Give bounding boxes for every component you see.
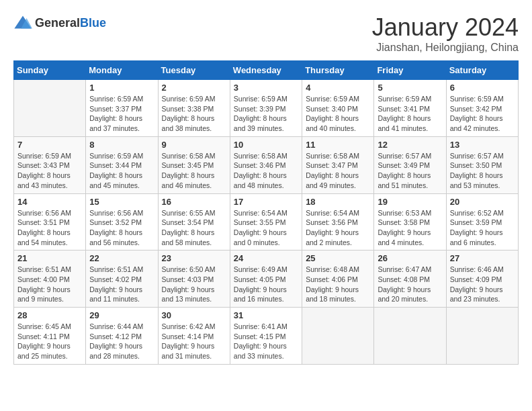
day-header-thursday: Thursday xyxy=(302,61,374,80)
day-info: Sunrise: 6:50 AMSunset: 4:03 PMDaylight:… xyxy=(162,265,226,304)
day-number: 28 xyxy=(17,310,82,320)
day-number: 6 xyxy=(450,83,515,93)
calendar-cell: 21Sunrise: 6:51 AMSunset: 4:00 PMDayligh… xyxy=(14,250,86,308)
calendar-cell: 6Sunrise: 6:59 AMSunset: 3:42 PMDaylight… xyxy=(446,80,518,137)
day-header-monday: Monday xyxy=(86,61,158,80)
day-info: Sunrise: 6:54 AMSunset: 3:56 PMDaylight:… xyxy=(306,208,370,248)
day-number: 12 xyxy=(378,140,442,150)
day-number: 20 xyxy=(450,197,515,207)
calendar-cell: 9Sunrise: 6:58 AMSunset: 3:45 PMDaylight… xyxy=(158,136,230,193)
day-number: 27 xyxy=(450,253,515,263)
week-row-2: 7Sunrise: 6:59 AMSunset: 3:43 PMDaylight… xyxy=(14,136,519,193)
day-info: Sunrise: 6:59 AMSunset: 3:44 PMDaylight:… xyxy=(89,151,154,191)
day-number: 14 xyxy=(17,197,82,207)
calendar-cell: 7Sunrise: 6:59 AMSunset: 3:43 PMDaylight… xyxy=(14,136,86,193)
header: GeneralBlue January 2024 Jianshan, Heilo… xyxy=(13,13,519,54)
calendar-header-row: SundayMondayTuesdayWednesdayThursdayFrid… xyxy=(14,61,519,80)
week-row-1: 1Sunrise: 6:59 AMSunset: 3:37 PMDaylight… xyxy=(14,80,519,137)
day-number: 10 xyxy=(234,140,298,150)
day-number: 26 xyxy=(378,253,442,263)
day-number: 25 xyxy=(306,253,370,263)
day-info: Sunrise: 6:59 AMSunset: 3:42 PMDaylight:… xyxy=(450,94,515,134)
calendar-cell: 14Sunrise: 6:56 AMSunset: 3:51 PMDayligh… xyxy=(14,193,86,250)
day-info: Sunrise: 6:58 AMSunset: 3:46 PMDaylight:… xyxy=(234,151,298,191)
day-header-wednesday: Wednesday xyxy=(230,61,302,80)
day-number: 8 xyxy=(89,140,154,150)
calendar-table: SundayMondayTuesdayWednesdayThursdayFrid… xyxy=(13,60,519,365)
day-number: 30 xyxy=(162,310,226,320)
calendar-cell: 17Sunrise: 6:54 AMSunset: 3:55 PMDayligh… xyxy=(230,193,302,250)
day-info: Sunrise: 6:45 AMSunset: 4:11 PMDaylight:… xyxy=(17,322,82,361)
day-info: Sunrise: 6:59 AMSunset: 3:37 PMDaylight:… xyxy=(89,94,154,134)
day-number: 16 xyxy=(162,197,226,207)
calendar-cell: 4Sunrise: 6:59 AMSunset: 3:40 PMDaylight… xyxy=(302,80,374,137)
day-number: 23 xyxy=(162,253,226,263)
day-number: 24 xyxy=(234,253,298,263)
day-info: Sunrise: 6:42 AMSunset: 4:14 PMDaylight:… xyxy=(162,322,226,361)
day-info: Sunrise: 6:44 AMSunset: 4:12 PMDaylight:… xyxy=(89,322,154,361)
calendar-title: January 2024 xyxy=(372,13,519,42)
day-info: Sunrise: 6:46 AMSunset: 4:09 PMDaylight:… xyxy=(450,265,515,304)
day-number: 7 xyxy=(17,140,82,150)
day-info: Sunrise: 6:57 AMSunset: 3:49 PMDaylight:… xyxy=(378,151,442,191)
day-number: 3 xyxy=(234,83,298,93)
day-info: Sunrise: 6:55 AMSunset: 3:54 PMDaylight:… xyxy=(162,208,226,248)
calendar-cell: 23Sunrise: 6:50 AMSunset: 4:03 PMDayligh… xyxy=(158,250,230,308)
day-number: 1 xyxy=(89,83,154,93)
day-number: 2 xyxy=(162,83,226,93)
calendar-cell: 5Sunrise: 6:59 AMSunset: 3:41 PMDaylight… xyxy=(374,80,446,137)
day-header-saturday: Saturday xyxy=(446,61,518,80)
calendar-cell xyxy=(14,80,86,137)
day-header-tuesday: Tuesday xyxy=(158,61,230,80)
calendar-subtitle: Jianshan, Heilongjiang, China xyxy=(372,42,519,54)
day-number: 5 xyxy=(378,83,442,93)
day-info: Sunrise: 6:49 AMSunset: 4:05 PMDaylight:… xyxy=(234,265,298,304)
day-header-friday: Friday xyxy=(374,61,446,80)
day-header-sunday: Sunday xyxy=(14,61,86,80)
calendar-cell: 22Sunrise: 6:51 AMSunset: 4:02 PMDayligh… xyxy=(86,250,158,308)
calendar-cell: 26Sunrise: 6:47 AMSunset: 4:08 PMDayligh… xyxy=(374,250,446,308)
day-info: Sunrise: 6:48 AMSunset: 4:06 PMDaylight:… xyxy=(306,265,370,304)
calendar-cell: 24Sunrise: 6:49 AMSunset: 4:05 PMDayligh… xyxy=(230,250,302,308)
day-number: 18 xyxy=(306,197,370,207)
day-number: 21 xyxy=(17,253,82,263)
day-number: 11 xyxy=(306,140,370,150)
day-info: Sunrise: 6:59 AMSunset: 3:40 PMDaylight:… xyxy=(306,94,370,134)
calendar-cell xyxy=(446,308,518,365)
calendar-cell: 19Sunrise: 6:53 AMSunset: 3:58 PMDayligh… xyxy=(374,193,446,250)
day-info: Sunrise: 6:59 AMSunset: 3:43 PMDaylight:… xyxy=(17,151,82,191)
day-number: 22 xyxy=(89,253,154,263)
title-area: January 2024 Jianshan, Heilongjiang, Chi… xyxy=(372,13,519,54)
logo-icon xyxy=(13,13,32,32)
day-number: 29 xyxy=(89,310,154,320)
calendar-cell: 2Sunrise: 6:59 AMSunset: 3:38 PMDaylight… xyxy=(158,80,230,137)
calendar-cell: 31Sunrise: 6:41 AMSunset: 4:15 PMDayligh… xyxy=(230,308,302,365)
calendar-cell: 1Sunrise: 6:59 AMSunset: 3:37 PMDaylight… xyxy=(86,80,158,137)
day-info: Sunrise: 6:58 AMSunset: 3:45 PMDaylight:… xyxy=(162,151,226,191)
calendar-cell: 27Sunrise: 6:46 AMSunset: 4:09 PMDayligh… xyxy=(446,250,518,308)
day-info: Sunrise: 6:59 AMSunset: 3:38 PMDaylight:… xyxy=(162,94,226,134)
calendar-cell: 29Sunrise: 6:44 AMSunset: 4:12 PMDayligh… xyxy=(86,308,158,365)
day-number: 4 xyxy=(306,83,370,93)
calendar-cell: 20Sunrise: 6:52 AMSunset: 3:59 PMDayligh… xyxy=(446,193,518,250)
day-info: Sunrise: 6:59 AMSunset: 3:41 PMDaylight:… xyxy=(378,94,442,134)
day-info: Sunrise: 6:56 AMSunset: 3:52 PMDaylight:… xyxy=(89,208,154,248)
day-info: Sunrise: 6:51 AMSunset: 4:02 PMDaylight:… xyxy=(89,265,154,304)
calendar-cell: 15Sunrise: 6:56 AMSunset: 3:52 PMDayligh… xyxy=(86,193,158,250)
day-number: 15 xyxy=(89,197,154,207)
calendar-cell: 8Sunrise: 6:59 AMSunset: 3:44 PMDaylight… xyxy=(86,136,158,193)
day-info: Sunrise: 6:54 AMSunset: 3:55 PMDaylight:… xyxy=(234,208,298,248)
calendar-cell: 11Sunrise: 6:58 AMSunset: 3:47 PMDayligh… xyxy=(302,136,374,193)
day-number: 13 xyxy=(450,140,515,150)
calendar-cell: 13Sunrise: 6:57 AMSunset: 3:50 PMDayligh… xyxy=(446,136,518,193)
day-info: Sunrise: 6:58 AMSunset: 3:47 PMDaylight:… xyxy=(306,151,370,191)
week-row-5: 28Sunrise: 6:45 AMSunset: 4:11 PMDayligh… xyxy=(14,308,519,365)
logo: GeneralBlue xyxy=(13,13,106,32)
day-info: Sunrise: 6:59 AMSunset: 3:39 PMDaylight:… xyxy=(234,94,298,134)
calendar-cell xyxy=(374,308,446,365)
day-info: Sunrise: 6:51 AMSunset: 4:00 PMDaylight:… xyxy=(17,265,82,304)
day-number: 31 xyxy=(234,310,298,320)
day-info: Sunrise: 6:57 AMSunset: 3:50 PMDaylight:… xyxy=(450,151,515,191)
day-number: 9 xyxy=(162,140,226,150)
calendar-cell: 16Sunrise: 6:55 AMSunset: 3:54 PMDayligh… xyxy=(158,193,230,250)
